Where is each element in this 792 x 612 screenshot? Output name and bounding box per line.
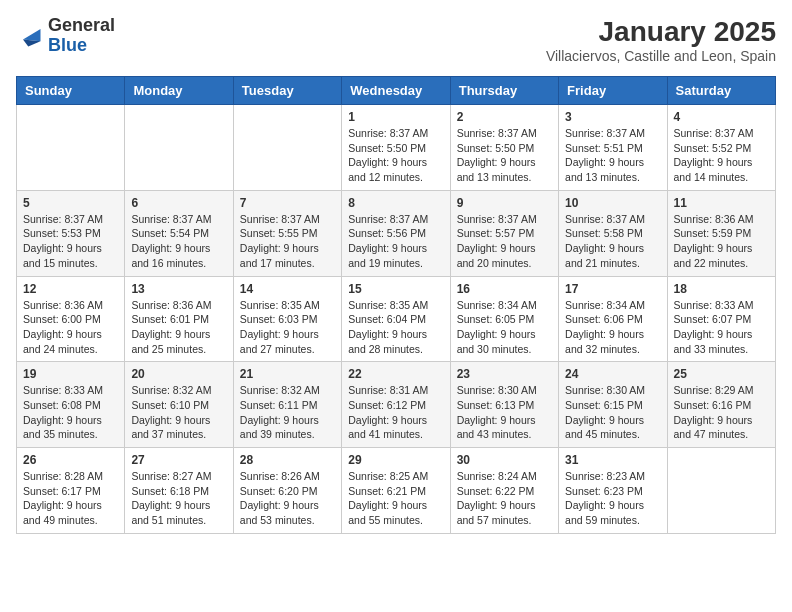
day-content: Sunrise: 8:36 AM Sunset: 6:01 PM Dayligh…: [131, 298, 226, 357]
day-number: 1: [348, 110, 443, 124]
day-content: Sunrise: 8:37 AM Sunset: 5:50 PM Dayligh…: [457, 126, 552, 185]
day-content: Sunrise: 8:30 AM Sunset: 6:13 PM Dayligh…: [457, 383, 552, 442]
calendar-cell: 8Sunrise: 8:37 AM Sunset: 5:56 PM Daylig…: [342, 190, 450, 276]
calendar-cell: 20Sunrise: 8:32 AM Sunset: 6:10 PM Dayli…: [125, 362, 233, 448]
calendar-week-row: 5Sunrise: 8:37 AM Sunset: 5:53 PM Daylig…: [17, 190, 776, 276]
day-number: 26: [23, 453, 118, 467]
calendar-cell: 3Sunrise: 8:37 AM Sunset: 5:51 PM Daylig…: [559, 105, 667, 191]
day-number: 30: [457, 453, 552, 467]
weekday-header: Sunday: [17, 77, 125, 105]
weekday-header: Saturday: [667, 77, 775, 105]
calendar-cell: 29Sunrise: 8:25 AM Sunset: 6:21 PM Dayli…: [342, 448, 450, 534]
day-content: Sunrise: 8:37 AM Sunset: 5:52 PM Dayligh…: [674, 126, 769, 185]
day-content: Sunrise: 8:29 AM Sunset: 6:16 PM Dayligh…: [674, 383, 769, 442]
calendar-cell: 31Sunrise: 8:23 AM Sunset: 6:23 PM Dayli…: [559, 448, 667, 534]
calendar-header-row: SundayMondayTuesdayWednesdayThursdayFrid…: [17, 77, 776, 105]
day-number: 7: [240, 196, 335, 210]
day-content: Sunrise: 8:35 AM Sunset: 6:03 PM Dayligh…: [240, 298, 335, 357]
calendar-cell: 23Sunrise: 8:30 AM Sunset: 6:13 PM Dayli…: [450, 362, 558, 448]
weekday-header: Monday: [125, 77, 233, 105]
page-header: General Blue January 2025 Villaciervos, …: [16, 16, 776, 64]
weekday-header: Friday: [559, 77, 667, 105]
day-number: 21: [240, 367, 335, 381]
calendar-week-row: 26Sunrise: 8:28 AM Sunset: 6:17 PM Dayli…: [17, 448, 776, 534]
calendar-cell: 15Sunrise: 8:35 AM Sunset: 6:04 PM Dayli…: [342, 276, 450, 362]
calendar-cell: 1Sunrise: 8:37 AM Sunset: 5:50 PM Daylig…: [342, 105, 450, 191]
calendar-cell: 6Sunrise: 8:37 AM Sunset: 5:54 PM Daylig…: [125, 190, 233, 276]
day-content: Sunrise: 8:37 AM Sunset: 5:57 PM Dayligh…: [457, 212, 552, 271]
day-number: 2: [457, 110, 552, 124]
calendar-cell: 9Sunrise: 8:37 AM Sunset: 5:57 PM Daylig…: [450, 190, 558, 276]
month-title: January 2025: [546, 16, 776, 48]
day-content: Sunrise: 8:37 AM Sunset: 5:51 PM Dayligh…: [565, 126, 660, 185]
calendar-cell: [125, 105, 233, 191]
calendar-cell: 19Sunrise: 8:33 AM Sunset: 6:08 PM Dayli…: [17, 362, 125, 448]
calendar-cell: 5Sunrise: 8:37 AM Sunset: 5:53 PM Daylig…: [17, 190, 125, 276]
calendar-cell: 17Sunrise: 8:34 AM Sunset: 6:06 PM Dayli…: [559, 276, 667, 362]
calendar-cell: [233, 105, 341, 191]
day-content: Sunrise: 8:34 AM Sunset: 6:06 PM Dayligh…: [565, 298, 660, 357]
day-content: Sunrise: 8:33 AM Sunset: 6:07 PM Dayligh…: [674, 298, 769, 357]
svg-marker-0: [23, 29, 41, 41]
calendar-cell: 2Sunrise: 8:37 AM Sunset: 5:50 PM Daylig…: [450, 105, 558, 191]
day-content: Sunrise: 8:24 AM Sunset: 6:22 PM Dayligh…: [457, 469, 552, 528]
day-content: Sunrise: 8:37 AM Sunset: 5:50 PM Dayligh…: [348, 126, 443, 185]
calendar-cell: 7Sunrise: 8:37 AM Sunset: 5:55 PM Daylig…: [233, 190, 341, 276]
calendar-cell: 28Sunrise: 8:26 AM Sunset: 6:20 PM Dayli…: [233, 448, 341, 534]
calendar-cell: 22Sunrise: 8:31 AM Sunset: 6:12 PM Dayli…: [342, 362, 450, 448]
weekday-header: Thursday: [450, 77, 558, 105]
day-number: 17: [565, 282, 660, 296]
calendar-cell: 18Sunrise: 8:33 AM Sunset: 6:07 PM Dayli…: [667, 276, 775, 362]
day-number: 22: [348, 367, 443, 381]
day-content: Sunrise: 8:23 AM Sunset: 6:23 PM Dayligh…: [565, 469, 660, 528]
day-number: 5: [23, 196, 118, 210]
title-block: January 2025 Villaciervos, Castille and …: [546, 16, 776, 64]
calendar-cell: [17, 105, 125, 191]
day-number: 23: [457, 367, 552, 381]
day-content: Sunrise: 8:37 AM Sunset: 5:54 PM Dayligh…: [131, 212, 226, 271]
day-content: Sunrise: 8:37 AM Sunset: 5:53 PM Dayligh…: [23, 212, 118, 271]
day-number: 10: [565, 196, 660, 210]
day-number: 18: [674, 282, 769, 296]
day-number: 6: [131, 196, 226, 210]
calendar-cell: 21Sunrise: 8:32 AM Sunset: 6:11 PM Dayli…: [233, 362, 341, 448]
logo-icon: [16, 22, 44, 50]
day-number: 8: [348, 196, 443, 210]
day-number: 19: [23, 367, 118, 381]
day-number: 15: [348, 282, 443, 296]
location: Villaciervos, Castille and Leon, Spain: [546, 48, 776, 64]
calendar-cell: 10Sunrise: 8:37 AM Sunset: 5:58 PM Dayli…: [559, 190, 667, 276]
day-number: 24: [565, 367, 660, 381]
day-content: Sunrise: 8:37 AM Sunset: 5:55 PM Dayligh…: [240, 212, 335, 271]
day-content: Sunrise: 8:32 AM Sunset: 6:11 PM Dayligh…: [240, 383, 335, 442]
day-content: Sunrise: 8:25 AM Sunset: 6:21 PM Dayligh…: [348, 469, 443, 528]
day-content: Sunrise: 8:37 AM Sunset: 5:58 PM Dayligh…: [565, 212, 660, 271]
calendar-cell: 11Sunrise: 8:36 AM Sunset: 5:59 PM Dayli…: [667, 190, 775, 276]
logo: General Blue: [16, 16, 115, 56]
calendar-cell: [667, 448, 775, 534]
calendar-week-row: 19Sunrise: 8:33 AM Sunset: 6:08 PM Dayli…: [17, 362, 776, 448]
calendar-cell: 4Sunrise: 8:37 AM Sunset: 5:52 PM Daylig…: [667, 105, 775, 191]
day-content: Sunrise: 8:37 AM Sunset: 5:56 PM Dayligh…: [348, 212, 443, 271]
calendar-week-row: 12Sunrise: 8:36 AM Sunset: 6:00 PM Dayli…: [17, 276, 776, 362]
day-content: Sunrise: 8:30 AM Sunset: 6:15 PM Dayligh…: [565, 383, 660, 442]
day-number: 14: [240, 282, 335, 296]
day-content: Sunrise: 8:32 AM Sunset: 6:10 PM Dayligh…: [131, 383, 226, 442]
day-number: 11: [674, 196, 769, 210]
day-number: 29: [348, 453, 443, 467]
day-content: Sunrise: 8:31 AM Sunset: 6:12 PM Dayligh…: [348, 383, 443, 442]
day-number: 25: [674, 367, 769, 381]
calendar-week-row: 1Sunrise: 8:37 AM Sunset: 5:50 PM Daylig…: [17, 105, 776, 191]
day-number: 12: [23, 282, 118, 296]
calendar-table: SundayMondayTuesdayWednesdayThursdayFrid…: [16, 76, 776, 534]
calendar-cell: 27Sunrise: 8:27 AM Sunset: 6:18 PM Dayli…: [125, 448, 233, 534]
weekday-header: Tuesday: [233, 77, 341, 105]
day-number: 31: [565, 453, 660, 467]
day-number: 16: [457, 282, 552, 296]
calendar-cell: 26Sunrise: 8:28 AM Sunset: 6:17 PM Dayli…: [17, 448, 125, 534]
day-content: Sunrise: 8:35 AM Sunset: 6:04 PM Dayligh…: [348, 298, 443, 357]
day-content: Sunrise: 8:26 AM Sunset: 6:20 PM Dayligh…: [240, 469, 335, 528]
day-number: 4: [674, 110, 769, 124]
day-number: 27: [131, 453, 226, 467]
logo-text: General Blue: [48, 16, 115, 56]
